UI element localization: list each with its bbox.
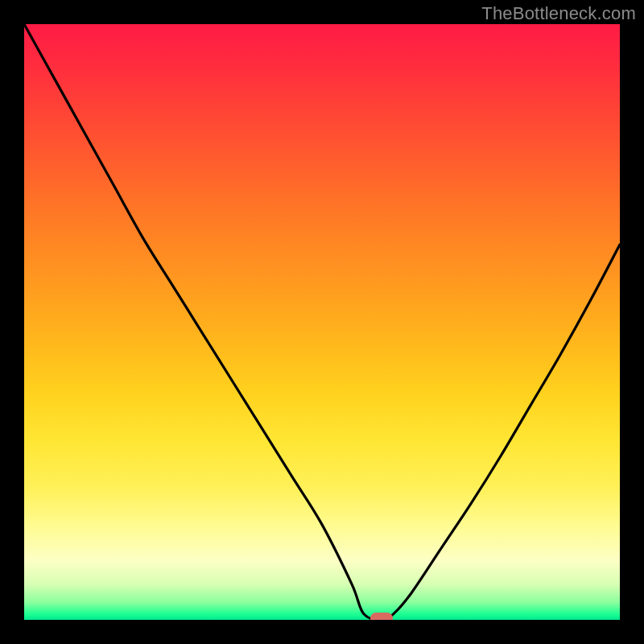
watermark-text: TheBottleneck.com: [481, 3, 636, 24]
chart-frame: TheBottleneck.com: [0, 0, 644, 644]
optimum-marker: [370, 613, 393, 620]
curve-path: [24, 24, 620, 620]
plot-area: [24, 24, 620, 620]
bottleneck-curve: [24, 24, 620, 620]
